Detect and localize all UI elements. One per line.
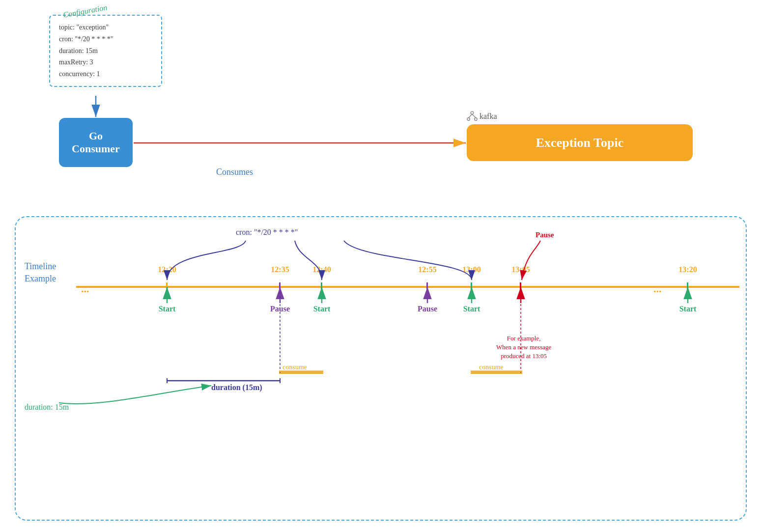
tick-1305 xyxy=(520,282,521,291)
time-1235: 12:35 xyxy=(271,265,289,274)
kafka-text: kafka xyxy=(479,112,497,121)
tick-1255 xyxy=(426,282,428,291)
config-maxretry: maxRetry: 3 xyxy=(59,56,152,68)
time-1240: 12:40 xyxy=(312,265,331,274)
consume-text-1: consume xyxy=(282,364,307,371)
consume-bar-2 xyxy=(471,372,522,374)
timeline-label-2: Example xyxy=(25,273,56,285)
svg-point-1 xyxy=(467,118,470,121)
consume-bar-1 xyxy=(279,372,323,374)
event-start-1: Start xyxy=(159,305,176,313)
consumes-label: Consumes xyxy=(216,167,253,177)
tick-1220 xyxy=(166,282,168,291)
timeline-label-1: Timeline xyxy=(25,260,56,273)
event-start-2: Start xyxy=(313,305,331,313)
time-1220: 12:20 xyxy=(158,265,176,274)
consume-text-2: consume xyxy=(479,364,504,371)
cron-label: cron: "*/20 * * * *" xyxy=(236,228,298,237)
pause-above-label: Pause xyxy=(536,231,554,239)
time-1305: 13:05 xyxy=(511,265,530,274)
config-content: topic: "exception" cron: "*/20 * * * *" … xyxy=(59,22,152,80)
kafka-icon xyxy=(467,111,478,122)
config-concurrency: concurrency: 1 xyxy=(59,68,152,80)
timeline-label: Timeline Example xyxy=(25,260,56,285)
dots-right: ... xyxy=(653,282,662,295)
duration-bar-label: duration (15m) xyxy=(211,383,262,392)
tick-1300 xyxy=(471,282,472,291)
exception-topic-label: Exception Topic xyxy=(536,136,623,150)
svg-point-2 xyxy=(475,118,478,121)
event-start-3: Start xyxy=(463,305,480,313)
kafka-label: kafka xyxy=(467,111,497,122)
duration-15m-label: duration: 15m xyxy=(25,403,69,412)
time-1300: 13:00 xyxy=(462,265,480,274)
go-consumer-line1: Go xyxy=(89,130,103,142)
svg-line-3 xyxy=(469,114,472,117)
config-topic: topic: "exception" xyxy=(59,22,152,33)
time-1320: 13:20 xyxy=(678,265,697,274)
canvas: topic: "exception" cron: "*/20 * * * *" … xyxy=(0,0,761,532)
event-start-4: Start xyxy=(679,305,697,313)
config-duration: duration: 15m xyxy=(59,45,152,57)
timeline-section xyxy=(15,216,747,521)
go-consumer-line2: Consumer xyxy=(72,142,120,155)
dots-left: ... xyxy=(81,282,89,295)
timeline-line xyxy=(76,286,739,288)
event-pause-2: Pause xyxy=(418,305,437,313)
tick-1320 xyxy=(687,282,688,291)
tick-1235 xyxy=(279,282,281,291)
event-pause-1: Pause xyxy=(270,305,290,313)
time-1255: 12:55 xyxy=(418,265,436,274)
svg-point-0 xyxy=(471,112,474,114)
svg-line-4 xyxy=(472,114,476,117)
exception-topic-box: Exception Topic xyxy=(467,124,693,161)
config-box: topic: "exception" cron: "*/20 * * * *" … xyxy=(49,15,162,87)
config-cron: cron: "*/20 * * * *" xyxy=(59,33,152,45)
tick-1240 xyxy=(321,282,322,291)
go-consumer-box: Go Consumer xyxy=(59,118,133,167)
for-example-note: For example,When a new messageproduced a… xyxy=(496,334,551,361)
